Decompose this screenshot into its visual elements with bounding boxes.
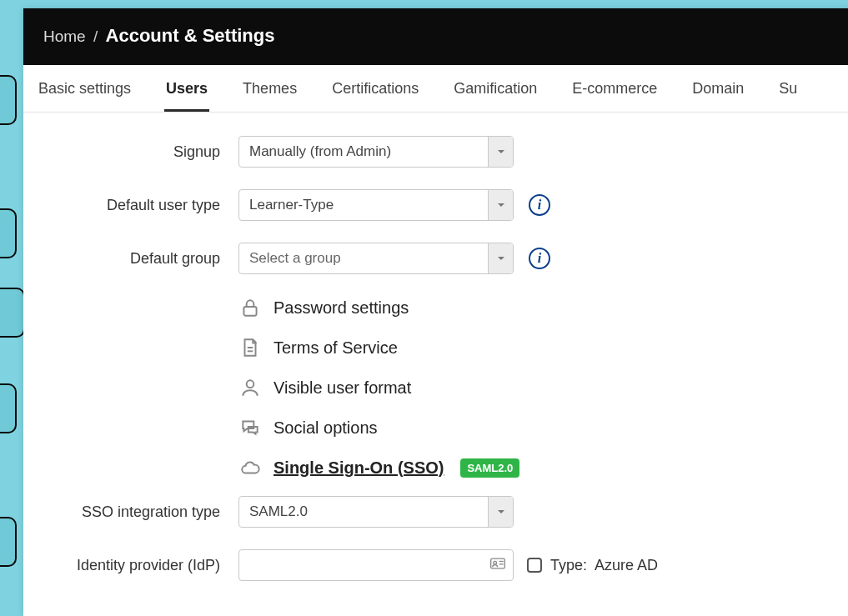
sso-integration-type-value: SAML2.0 xyxy=(239,503,488,520)
signup-value: Manually (from Admin) xyxy=(239,143,488,160)
tab-users[interactable]: Users xyxy=(164,65,209,112)
user-icon xyxy=(238,376,262,399)
signup-select[interactable]: Manually (from Admin) xyxy=(238,136,514,168)
header-bar: Home / Account & Settings xyxy=(23,8,848,65)
visible-user-format-label: Visible user format xyxy=(273,378,411,398)
chat-icon xyxy=(238,416,262,439)
tab-domain[interactable]: Domain xyxy=(690,65,745,112)
terms-of-service-link[interactable]: Terms of Service xyxy=(238,336,844,359)
chevron-down-icon xyxy=(488,497,513,527)
svg-point-5 xyxy=(494,561,497,564)
default-user-type-value: Learner-Type xyxy=(239,197,488,213)
idp-label: Identity provider (IdP) xyxy=(32,557,238,574)
password-settings-label: Password settings xyxy=(273,298,409,318)
idp-input[interactable] xyxy=(249,558,489,573)
sso-label: Single Sign-On (SSO) xyxy=(273,458,444,478)
breadcrumb-separator: / xyxy=(90,28,101,45)
idp-input-wrapper[interactable] xyxy=(238,549,514,581)
lock-icon xyxy=(238,296,262,319)
id-card-icon xyxy=(489,556,506,574)
users-settings-content: Signup Manually (from Admin) Default use… xyxy=(23,113,848,616)
info-icon[interactable]: i xyxy=(529,194,550,216)
tab-more[interactable]: Su xyxy=(777,65,799,112)
breadcrumb: Home / Account & Settings xyxy=(43,25,832,47)
visible-user-format-link[interactable]: Visible user format xyxy=(238,376,844,399)
tab-basic-settings[interactable]: Basic settings xyxy=(37,65,133,112)
default-group-placeholder: Select a group xyxy=(239,250,488,267)
tab-ecommerce[interactable]: E-commerce xyxy=(570,65,659,112)
chevron-down-icon xyxy=(488,137,513,167)
idp-type-label: Type: Azure AD xyxy=(550,557,658,574)
tabs-bar: Basic settings Users Themes Certificatio… xyxy=(23,65,848,113)
default-user-type-label: Default user type xyxy=(32,197,238,214)
social-options-link[interactable]: Social options xyxy=(238,416,844,439)
breadcrumb-current: Account & Settings xyxy=(106,25,275,46)
tab-themes[interactable]: Themes xyxy=(241,65,299,112)
default-group-label: Default group xyxy=(32,250,238,268)
sso-badge: SAML2.0 xyxy=(460,458,519,478)
default-group-select[interactable]: Select a group xyxy=(238,243,514,274)
settings-panel: Home / Account & Settings Basic settings… xyxy=(23,8,848,616)
terms-of-service-label: Terms of Service xyxy=(273,338,398,358)
svg-point-3 xyxy=(247,380,254,388)
document-icon xyxy=(238,336,262,359)
tab-certifications[interactable]: Certifications xyxy=(330,65,420,112)
chevron-down-icon xyxy=(488,243,513,273)
tab-gamification[interactable]: Gamification xyxy=(452,65,539,112)
chevron-down-icon xyxy=(488,190,513,220)
password-settings-link[interactable]: Password settings xyxy=(238,296,844,319)
svg-rect-0 xyxy=(243,307,256,316)
sso-integration-type-label: SSO integration type xyxy=(32,503,238,521)
sso-integration-type-select[interactable]: SAML2.0 xyxy=(238,496,514,528)
signup-label: Signup xyxy=(32,143,238,161)
social-options-label: Social options xyxy=(273,418,378,438)
default-user-type-select[interactable]: Learner-Type xyxy=(238,189,514,221)
sso-link[interactable]: Single Sign-On (SSO) SAML2.0 xyxy=(238,456,844,479)
info-icon[interactable]: i xyxy=(529,248,550,269)
idp-type-checkbox[interactable] xyxy=(527,558,542,573)
cloud-icon xyxy=(238,456,262,479)
breadcrumb-home[interactable]: Home xyxy=(43,28,86,45)
